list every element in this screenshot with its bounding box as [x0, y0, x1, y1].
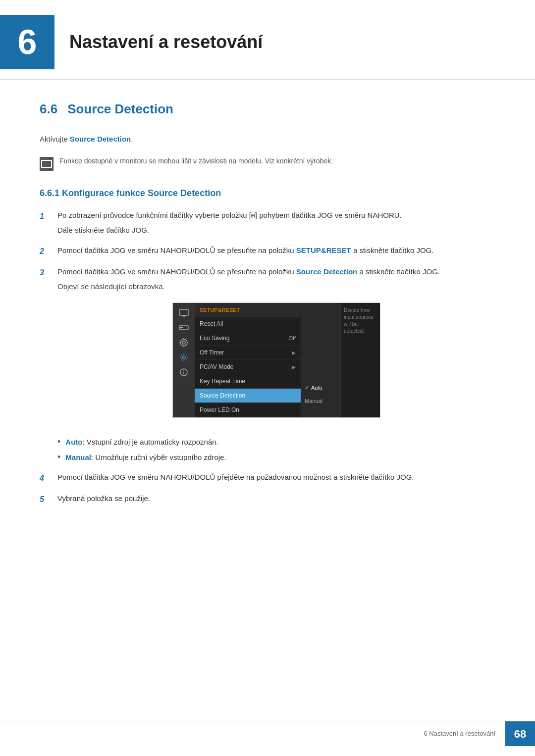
steps-list: 1 Po zobrazení průvodce funkčními tlačít…: [40, 210, 495, 506]
step-1: 1 Po zobrazení průvodce funkčními tlačít…: [40, 210, 495, 236]
menu-main-col: SETUP&RESET Reset All Eco Saving Off Off…: [195, 303, 301, 418]
menu-icons-col: [173, 303, 195, 418]
chapter-title: Nastavení a resetování: [69, 29, 263, 55]
menu-item-reset-all: Reset All: [195, 317, 301, 331]
bullet-list: • Auto: Vstupní zdroj je automaticky roz…: [57, 437, 495, 463]
step-2: 2 Pomocí tlačítka JOG ve směru NAHORU/DO…: [40, 245, 495, 257]
menu-submenu-col: ✔ Auto Manual: [301, 303, 340, 418]
chapter-number: 6: [0, 15, 54, 69]
svg-rect-2: [183, 316, 185, 316]
section-number: 6.6: [40, 100, 57, 119]
page-number: 68: [505, 721, 535, 746]
menu-item-pcav: PC/AV Mode ▶: [195, 360, 301, 374]
step-4: 4 Pomocí tlačítka JOG ve směru NAHORU/DO…: [40, 472, 495, 484]
note-text: Funkce dostupné v monitoru se mohou liši…: [59, 156, 333, 166]
menu-item-power-led: Power LED On: [195, 403, 301, 417]
menu-submenu-manual: Manual: [301, 395, 340, 408]
activate-bold: Source Detection: [70, 135, 131, 143]
note-icon: [40, 157, 54, 171]
step-3: 3 Pomocí tlačítka JOG ve směru NAHORU/DO…: [40, 266, 495, 428]
bullet-auto: • Auto: Vstupní zdroj je automaticky roz…: [57, 437, 495, 448]
menu-item-off-timer: Off Timer ▶: [195, 346, 301, 360]
menu-item-eco: Eco Saving Off: [195, 331, 301, 346]
step-1-sub: Dále stiskněte tlačítko JOG.: [57, 225, 495, 236]
activate-line: Aktivujte Source Detection.: [40, 134, 495, 145]
menu-icon-gear: [177, 352, 191, 363]
menu-icon-monitor: [177, 307, 191, 319]
chapter-header: 6 Nastavení a resetování: [0, 0, 535, 80]
main-content: 6.6 Source Detection Aktivujte Source De…: [0, 100, 535, 554]
menu-item-key-repeat: Key Repeat Time: [195, 374, 301, 389]
menu-header: SETUP&RESET: [195, 303, 301, 317]
bullet-list-container: • Auto: Vstupní zdroj je automaticky roz…: [57, 437, 495, 463]
note-box: Funkce dostupné v monitoru se mohou liši…: [40, 154, 495, 173]
svg-rect-0: [179, 309, 188, 315]
bullet-manual: • Manual: Umožňuje ruční výběr vstupního…: [57, 452, 495, 463]
footer-text: 6 Nastavení a resetování: [414, 724, 505, 744]
menu-submenu-auto: ✔ Auto: [301, 381, 340, 395]
menu-screenshot: SETUP&RESET Reset All Eco Saving Off Off…: [172, 302, 380, 418]
section-title: Source Detection: [67, 100, 173, 119]
menu-hint-col: Decide how input sources will be detecte…: [340, 303, 380, 418]
svg-point-11: [182, 356, 185, 359]
step-5: 5 Vybraná položka se použije.: [40, 493, 495, 505]
section-heading: 6.6 Source Detection: [40, 100, 495, 119]
menu-icon-picture: [177, 337, 191, 349]
svg-point-6: [182, 341, 185, 344]
menu-icon-brightness: [177, 322, 191, 334]
menu-item-source-detection: Source Detection: [195, 389, 301, 403]
menu-icon-info: [177, 366, 191, 378]
svg-rect-1: [182, 315, 186, 316]
subsection-heading: 6.6.1 Konfigurace funkce Source Detectio…: [40, 187, 495, 200]
step-3-sub: Objeví se následující obrazovka.: [57, 281, 495, 293]
svg-point-14: [183, 370, 184, 371]
svg-point-5: [180, 339, 187, 346]
page-footer: 6 Nastavení a resetování 68: [0, 721, 535, 746]
